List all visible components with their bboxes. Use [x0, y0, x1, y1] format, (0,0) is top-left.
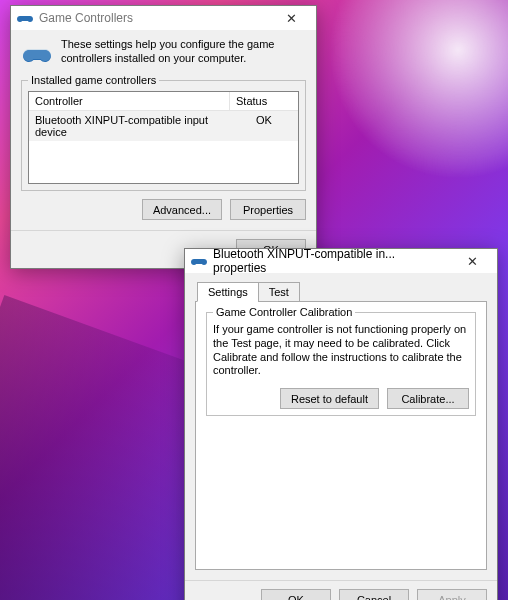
advanced-button[interactable]: Advanced... [142, 199, 222, 220]
controller-properties-dialog: Bluetooth XINPUT-compatible in... proper… [184, 248, 498, 600]
reset-to-default-button[interactable]: Reset to default [280, 388, 379, 409]
window-title: Bluetooth XINPUT-compatible in... proper… [213, 247, 451, 275]
close-icon[interactable]: ✕ [451, 251, 493, 271]
calibration-help-text: If your game controller is not functioni… [213, 323, 469, 378]
game-controllers-dialog: Game Controllers ✕ These settings help y… [10, 5, 317, 269]
close-icon[interactable]: ✕ [270, 8, 312, 28]
group-legend: Game Controller Calibration [213, 306, 355, 318]
group-legend: Installed game controllers [28, 74, 159, 86]
buttons-row: Advanced... Properties [21, 199, 306, 220]
controller-status: OK [230, 111, 298, 141]
help-row: These settings help you configure the ga… [21, 38, 306, 70]
dialog-body: These settings help you configure the ga… [11, 30, 316, 230]
dialog-body: Settings Test Game Controller Calibratio… [185, 273, 497, 580]
calibrate-button[interactable]: Calibrate... [387, 388, 469, 409]
apply-button[interactable]: Apply [417, 589, 487, 600]
gamepad-icon [17, 10, 33, 26]
titlebar: Bluetooth XINPUT-compatible in... proper… [185, 249, 497, 273]
calibration-button-row: Reset to default Calibrate... [213, 388, 469, 409]
tab-test[interactable]: Test [258, 282, 300, 302]
list-body: Bluetooth XINPUT-compatible input device… [29, 111, 298, 183]
help-text: These settings help you configure the ga… [61, 38, 306, 70]
list-item[interactable]: Bluetooth XINPUT-compatible input device… [29, 111, 298, 141]
col-controller[interactable]: Controller [29, 92, 230, 110]
tab-settings[interactable]: Settings [197, 282, 259, 302]
calibration-group: Game Controller Calibration If your game… [206, 312, 476, 416]
tabpanel-settings: Game Controller Calibration If your game… [195, 302, 487, 570]
controller-name: Bluetooth XINPUT-compatible input device [29, 111, 230, 141]
list-header: Controller Status [29, 92, 298, 111]
window-title: Game Controllers [39, 11, 270, 25]
gamepad-icon [191, 253, 207, 269]
titlebar: Game Controllers ✕ [11, 6, 316, 30]
dialog-footer: OK Cancel Apply [185, 580, 497, 600]
col-status[interactable]: Status [230, 92, 298, 110]
installed-controllers-group: Installed game controllers Controller St… [21, 80, 306, 191]
ok-button[interactable]: OK [261, 589, 331, 600]
gamepad-icon [21, 38, 53, 70]
cancel-button[interactable]: Cancel [339, 589, 409, 600]
controllers-list[interactable]: Controller Status Bluetooth XINPUT-compa… [28, 91, 299, 184]
tabstrip: Settings Test [195, 281, 487, 302]
properties-button[interactable]: Properties [230, 199, 306, 220]
